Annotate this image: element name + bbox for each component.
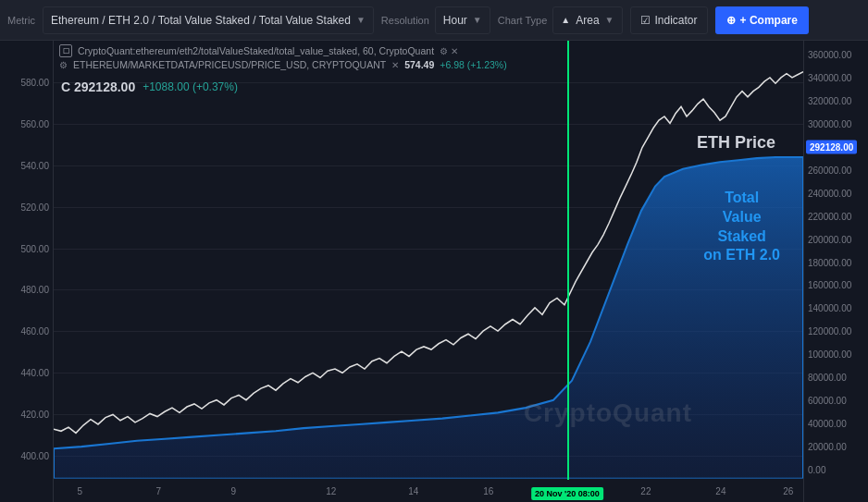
right-label-3: 320000.00	[808, 95, 851, 105]
right-label-9: 200000.00	[808, 234, 851, 244]
resolution-group: Resolution Hour ▼	[381, 6, 490, 34]
left-axis-label-4: 520.00	[20, 202, 49, 212]
chart-type-icon: ▲	[561, 15, 570, 25]
metric-select[interactable]: Ethereum / ETH 2.0 / Total Value Staked …	[43, 6, 374, 34]
right-label-18: 20000.00	[808, 442, 847, 452]
time-label-16: 16	[483, 486, 493, 496]
right-label-2: 340000.00	[808, 72, 851, 82]
resolution-arrow: ▼	[473, 15, 482, 25]
left-axis-label-5: 500.00	[20, 243, 49, 253]
left-axis-label-9: 420.00	[20, 410, 49, 420]
chart-main[interactable]: ☐ CryptoQuant:ethereum/eth2/totalValueSt…	[54, 41, 803, 502]
series-row-2: ⚙ ETHEREUM/MARKETDATA/PRICEUSD/PRICE_USD…	[59, 59, 507, 70]
indicator-checkbox: ☑	[640, 14, 651, 27]
left-axis-label-3: 540.00	[20, 160, 49, 170]
indicator-label: Indicator	[655, 14, 698, 27]
toolbar: Metric Ethereum / ETH 2.0 / Total Value …	[0, 0, 868, 41]
series-row-1: ☐ CryptoQuant:ethereum/eth2/totalValueSt…	[59, 44, 458, 57]
time-label-14: 14	[408, 486, 418, 496]
chart-type-select[interactable]: ▲ Area ▼	[552, 6, 622, 34]
right-label-7: 240000.00	[808, 188, 851, 198]
series2-icon: ⚙	[59, 60, 68, 70]
chart-container: 580.00 560.00 540.00 520.00 500.00 480.0…	[0, 41, 868, 502]
right-label-15: 80000.00	[808, 373, 847, 383]
resolution-select[interactable]: Hour ▼	[435, 6, 490, 34]
time-label-12: 12	[326, 486, 336, 496]
time-label-7: 7	[156, 486, 162, 496]
left-axis-label-8: 440.00	[20, 368, 49, 378]
chart-type-value: Area	[576, 14, 599, 27]
left-axis-label-7: 460.00	[20, 326, 49, 337]
right-label-8: 220000.00	[808, 211, 851, 221]
time-label-nov20: 20 Nov '20 08:00	[531, 487, 603, 500]
metric-value: Ethereum / ETH 2.0 / Total Value Staked …	[51, 14, 351, 27]
right-label-19: 0.00	[808, 465, 825, 475]
left-axis-label-1: 580.00	[20, 77, 49, 87]
compare-button[interactable]: ⊕ + Compare	[715, 6, 809, 34]
series1-icon: ☐	[59, 44, 72, 57]
svg-marker-1	[54, 157, 803, 479]
time-axis: 5 7 9 12 14 16 18 20 Nov '20 08:00 22 24…	[54, 480, 803, 502]
series2-change: +6.98 (+1.23%)	[440, 59, 506, 70]
metric-label: Metric	[7, 15, 35, 26]
left-axis-label-2: 560.00	[20, 118, 49, 129]
tvs-annotation: Total Value Staked on ETH 2.0	[703, 189, 780, 265]
series2-name: ETHEREUM/MARKETDATA/PRICEUSD/PRICE_USD, …	[73, 59, 386, 70]
resolution-value: Hour	[443, 14, 467, 27]
indicator-button[interactable]: ☑ Indicator	[630, 6, 708, 34]
left-price-axis: 580.00 560.00 540.00 520.00 500.00 480.0…	[0, 41, 54, 502]
right-label-6: 260000.00	[808, 165, 851, 175]
main-value: C 292128.00	[61, 80, 135, 94]
time-label-9: 9	[231, 486, 237, 496]
chart-type-label: Chart Type	[498, 15, 548, 26]
value-change: +1088.00 (+0.37%)	[143, 80, 238, 93]
right-label-12: 140000.00	[808, 303, 851, 313]
series1-settings: ⚙ ✕	[440, 46, 458, 56]
series2-settings: ✕	[391, 60, 399, 70]
right-label-4: 300000.00	[808, 118, 851, 129]
right-label-14: 100000.00	[808, 349, 851, 360]
time-label-22: 22	[640, 486, 651, 496]
right-label-10: 180000.00	[808, 257, 851, 267]
right-label-13: 120000.00	[808, 326, 851, 337]
right-label-16: 60000.00	[808, 396, 847, 406]
series1-name: CryptoQuant:ethereum/eth2/totalValueStak…	[78, 45, 434, 56]
vertical-line	[567, 41, 569, 480]
chart-type-group: Chart Type ▲ Area ▼	[498, 6, 623, 34]
chart-svg	[54, 41, 803, 502]
right-price-axis: 360000.00 340000.00 320000.00 300000.00 …	[803, 41, 868, 502]
current-value-badge: C 292128.00 +1088.00 (+0.37%)	[61, 80, 238, 94]
series-info-bar: ☐ CryptoQuant:ethereum/eth2/totalValueSt…	[54, 41, 803, 76]
left-axis-label-10: 400.00	[20, 451, 49, 461]
price-tag: 292128.00	[806, 140, 857, 153]
eth-price-annotation: ETH Price	[697, 133, 775, 153]
left-axis-label-6: 480.00	[20, 285, 49, 295]
right-label-1: 360000.00	[808, 49, 851, 59]
resolution-label: Resolution	[381, 15, 429, 26]
time-label-26: 26	[783, 486, 793, 496]
metric-dropdown-arrow: ▼	[356, 15, 366, 25]
time-label-24: 24	[715, 486, 725, 496]
time-label-5: 5	[78, 486, 83, 496]
right-label-17: 40000.00	[808, 419, 847, 429]
chart-type-arrow: ▼	[605, 15, 614, 25]
right-label-11: 160000.00	[808, 280, 851, 290]
compare-plus-icon: ⊕	[726, 14, 736, 27]
series2-value: 574.49	[404, 59, 434, 70]
compare-label: + Compare	[740, 14, 798, 27]
